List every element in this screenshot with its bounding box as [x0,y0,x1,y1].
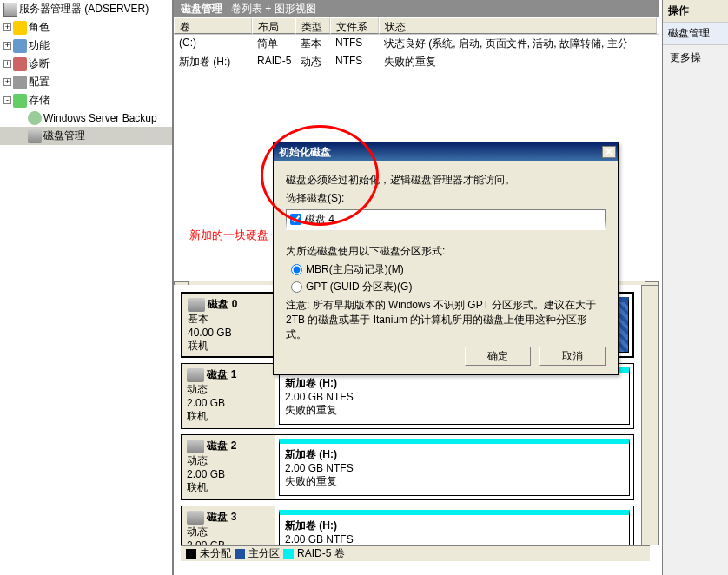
disk-info: 磁盘 1 动态 2.00 GB 联机 [182,364,275,428]
tree-node[interactable]: - 存储 [0,91,172,109]
vol-size: 2.00 GB NTFS [285,391,624,403]
gpt-radio[interactable] [291,281,302,293]
volume-row[interactable]: (C:)简单基本NTFS状态良好 (系统, 启动, 页面文件, 活动, 故障转储… [174,35,659,53]
disk-kind: 动态 [187,382,269,397]
vscrollbar[interactable] [641,285,659,545]
volume-box[interactable]: 新加卷 (H:) 2.00 GB NTFS 失败的重复 [279,439,630,496]
tree-panel: 服务器管理器 (ADSERVER) + 角色+ 功能+ 诊断+ 配置- 存储 W… [0,0,174,575]
vol-status: 失败的重复 [285,474,624,489]
tree-label: 配置 [29,75,50,89]
legend-raid5: RAID-5 卷 [297,546,345,561]
tree-root-label: 服务器管理器 (ADSERVER) [19,2,149,17]
disk-kind: 动态 [187,453,269,468]
tree-node-child[interactable]: 磁盘管理 [0,127,172,145]
vol-size: 2.00 GB NTFS [285,533,624,545]
column-header[interactable]: 卷 [174,17,252,34]
cell: (C:) [174,36,252,51]
cell: 简单 [252,36,295,51]
server-icon [3,3,17,17]
diag-icon [13,57,27,71]
expander-icon[interactable]: - [3,96,11,104]
disk-state: 联机 [187,480,269,495]
select-disk-label: 选择磁盘(S): [286,191,606,206]
disk4-label: 磁盘 4 [305,212,334,227]
actions-more[interactable]: 更多操 [663,45,728,70]
disk-icon [28,129,42,143]
disk-block[interactable]: 磁盘 2 动态 2.00 GB 联机新加卷 (H:) 2.00 GB NTFS … [181,434,634,500]
disk-state: 联机 [187,409,269,424]
disk-icon [187,440,204,453]
disk-title: 磁盘 1 [207,368,236,380]
volume-row[interactable]: 新加卷 (H:)RAID-5动态NTFS失败的重复 [174,53,659,71]
legend-primary: 主分区 [248,546,280,561]
tree-node[interactable]: + 诊断 [0,55,172,73]
init-disk-dialog: 初始化磁盘 ✕ 磁盘必须经过初始化，逻辑磁盘管理器才能访问。 选择磁盘(S): … [273,142,619,375]
cell: 基本 [295,36,330,51]
tree-label: 诊断 [29,56,50,71]
expander-icon[interactable]: + [3,60,11,68]
disk-info: 磁盘 2 动态 2.00 GB 联机 [182,435,275,499]
column-header[interactable]: 布局 [252,17,295,34]
tree-root[interactable]: 服务器管理器 (ADSERVER) [0,0,172,18]
column-header[interactable]: 类型 [295,17,330,34]
dialog-titlebar: 初始化磁盘 ✕ [274,143,618,161]
disk4-checkbox[interactable] [290,214,301,225]
mbr-row[interactable]: MBR(主启动记录)(M) [291,262,606,277]
actions-sub: 磁盘管理 [663,23,728,45]
ok-button[interactable]: 确定 [465,347,531,366]
cancel-button[interactable]: 取消 [539,347,606,366]
cell: 动态 [295,55,330,69]
actions-header: 操作 [663,0,728,23]
disk-icon [187,368,204,382]
vol-name: 新加卷 (H:) [285,447,624,462]
disk-kind: 基本 [188,312,270,327]
mbr-label: MBR(主启动记录)(M) [306,262,404,277]
disk-select-list[interactable]: 磁盘 4 [286,209,606,230]
column-header[interactable]: 状态 [379,17,657,34]
role-icon [13,21,27,35]
legend: 未分配 主分区 RAID-5 卷 [181,545,650,561]
legend-unalloc-swatch [186,549,196,559]
tree-node-child[interactable]: Windows Server Backup [0,109,172,127]
disk-mgmt-header: 磁盘管理 卷列表 + 图形视图 [174,0,659,17]
feature-icon [13,39,27,53]
expander-icon[interactable]: + [3,23,11,31]
disk-icon [188,298,205,312]
disk-state: 联机 [188,339,270,354]
cell: 新加卷 (H:) [174,55,252,69]
legend-unalloc: 未分配 [200,546,231,561]
disk-icon [187,511,204,525]
cell: RAID-5 [252,55,295,69]
tree-node[interactable]: + 功能 [0,36,172,55]
volume-list-header: 卷布局类型文件系统状态 [174,17,659,35]
tree-node[interactable]: + 配置 [0,73,172,91]
vol-name: 新加卷 (H:) [285,376,624,391]
legend-raid5-swatch [283,549,294,559]
mbr-radio[interactable] [291,264,302,275]
disk-info: 磁盘 0 基本 40.00 GB 联机 [182,294,276,356]
partition-style-label: 为所选磁盘使用以下磁盘分区形式: [286,244,606,259]
tree-label: Windows Server Backup [43,112,157,124]
dialog-msg: 磁盘必须经过初始化，逻辑磁盘管理器才能访问。 [286,173,606,188]
tree-node[interactable]: + 角色 [0,18,172,36]
expander-icon[interactable]: + [3,78,11,86]
dialog-title: 初始化磁盘 [279,145,331,160]
expander-icon[interactable]: + [3,42,11,50]
cell: NTFS [330,36,379,51]
dialog-note: 注意: 所有早期版本的 Windows 不识别 GPT 分区形式。建议在大于2T… [286,298,606,341]
volume-box[interactable]: 新加卷 (H:) 2.00 GB NTFS 失败的重复 [279,367,630,425]
disk-header-sub: 卷列表 + 图形视图 [231,2,316,17]
disk-title: 磁盘 3 [207,511,236,523]
disk-kind: 动态 [187,525,269,539]
disk-option[interactable]: 磁盘 4 [287,210,605,228]
tree-label: 功能 [29,38,50,53]
gpt-row[interactable]: GPT (GUID 分区表)(G) [291,280,606,294]
disk-size: 40.00 GB [188,327,270,339]
column-header[interactable]: 文件系统 [330,17,379,34]
vol-name: 新加卷 (H:) [285,519,624,533]
config-icon [13,76,27,89]
cell: 失败的重复 [379,55,657,69]
vol-status: 失败的重复 [285,403,624,418]
tree-label: 磁盘管理 [43,129,85,143]
close-button[interactable]: ✕ [602,146,616,158]
